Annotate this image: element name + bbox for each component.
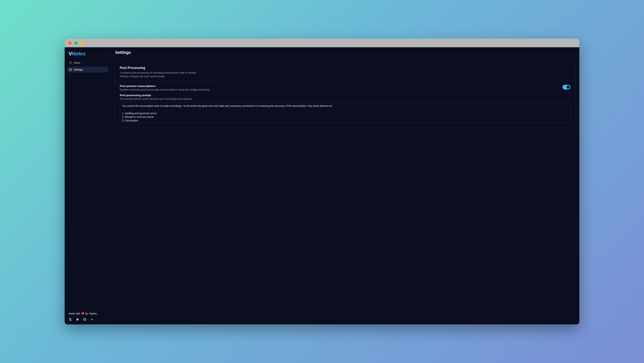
sidebar-nav: Notes Settings (67, 60, 108, 72)
card-description: Configure post-processing of recording t… (120, 71, 570, 74)
window-maximize-button[interactable] (80, 41, 84, 45)
gear-icon (69, 68, 72, 71)
heart-icon: ❤️ (81, 312, 84, 315)
prompt-label: Post processing prompt (120, 94, 570, 97)
content-area: Post Processing Configure post-processin… (111, 58, 579, 132)
credits-by: by (86, 312, 88, 315)
post-process-toggle[interactable] (562, 85, 570, 89)
x-icon[interactable] (69, 318, 72, 321)
document-icon (69, 61, 72, 64)
titlebar (65, 39, 579, 47)
github-icon[interactable] (83, 318, 86, 321)
toggle-sub: Enables automatic post-processing of tra… (120, 88, 558, 91)
main-header: Settings (111, 47, 579, 58)
card-title: Post Processing (120, 66, 570, 70)
card-note: Settings changes are auto-saved locally. (120, 75, 570, 78)
credits-line: Made with ❤️ by Rajeev (69, 312, 107, 315)
card-header: Post Processing Configure post-processin… (115, 62, 575, 81)
sidebar-item-label: Settings (74, 68, 83, 71)
window-minimize-button[interactable] (74, 41, 78, 45)
prompt-sub: This prompt will be used to process your… (120, 97, 570, 100)
prompt-setting: Post processing prompt This prompt will … (120, 94, 570, 123)
app-logo: VNotes (67, 50, 108, 60)
credits-prefix: Made with (69, 312, 80, 315)
window-close-button[interactable] (68, 41, 72, 45)
sidebar-footer: Made with ❤️ by Rajeev (67, 311, 108, 321)
credits-author: Rajeev (89, 312, 97, 315)
moon-icon[interactable] (90, 318, 94, 321)
sidebar-item-notes[interactable]: Notes (67, 60, 108, 66)
logo-prefix: V (69, 51, 72, 56)
toggle-setting-row: Post process transcriptions Enables auto… (120, 84, 570, 91)
card-body: Post process transcriptions Enables auto… (115, 81, 575, 128)
post-processing-card: Post Processing Configure post-processin… (115, 62, 575, 128)
prompt-textarea[interactable] (120, 102, 570, 122)
sidebar-item-settings[interactable]: Settings (67, 67, 108, 72)
sidebar-item-label: Notes (74, 61, 80, 64)
main-panel: Settings Post Processing Configure post-… (111, 47, 579, 324)
social-links (69, 318, 107, 321)
toggle-label: Post process transcriptions (120, 84, 558, 87)
app-window: VNotes Notes Settings (65, 39, 579, 324)
butterfly-icon[interactable] (76, 318, 79, 321)
page-title: Settings (115, 50, 575, 55)
svg-point-0 (70, 69, 71, 70)
logo-suffix: Notes (72, 51, 86, 56)
sidebar: VNotes Notes Settings (65, 47, 111, 324)
toggle-knob (566, 85, 570, 89)
